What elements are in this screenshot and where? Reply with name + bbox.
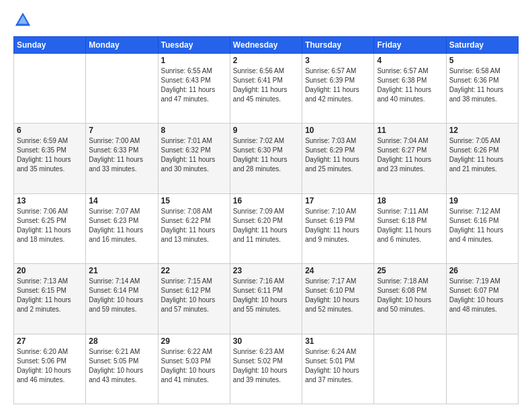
day-cell: 31Sunrise: 6:24 AMSunset: 5:01 PMDayligh…	[302, 334, 374, 404]
day-number: 28	[89, 336, 154, 346]
day-info: Sunrise: 6:21 AMSunset: 5:05 PMDaylight:…	[89, 347, 154, 385]
day-cell: 11Sunrise: 7:04 AMSunset: 6:27 PMDayligh…	[374, 124, 446, 193]
day-cell: 27Sunrise: 6:20 AMSunset: 5:06 PMDayligh…	[14, 334, 86, 404]
day-number: 20	[17, 266, 83, 275]
day-cell: 28Sunrise: 6:21 AMSunset: 5:05 PMDayligh…	[86, 334, 158, 404]
day-cell: 9Sunrise: 7:02 AMSunset: 6:30 PMDaylight…	[230, 124, 302, 193]
day-number: 16	[233, 196, 299, 205]
day-info: Sunrise: 7:12 AMSunset: 6:16 PMDaylight:…	[449, 207, 515, 244]
day-info: Sunrise: 6:57 AMSunset: 6:38 PMDaylight:…	[377, 66, 443, 104]
day-info: Sunrise: 7:02 AMSunset: 6:30 PMDaylight:…	[233, 136, 299, 174]
col-header-saturday: Saturday	[446, 37, 518, 54]
day-info: Sunrise: 7:17 AMSunset: 6:10 PMDaylight:…	[305, 277, 371, 314]
day-number: 22	[161, 266, 227, 275]
day-number: 7	[89, 126, 154, 135]
day-info: Sunrise: 7:13 AMSunset: 6:15 PMDaylight:…	[17, 277, 83, 314]
day-number: 29	[161, 336, 227, 346]
day-cell: 30Sunrise: 6:23 AMSunset: 5:02 PMDayligh…	[230, 334, 302, 404]
day-info: Sunrise: 7:19 AMSunset: 6:07 PMDaylight:…	[449, 277, 515, 314]
col-header-monday: Monday	[86, 37, 158, 54]
day-number: 6	[17, 126, 83, 135]
day-number: 14	[89, 196, 154, 205]
day-cell: 12Sunrise: 7:05 AMSunset: 6:26 PMDayligh…	[446, 124, 518, 193]
day-number: 30	[233, 336, 299, 346]
day-cell: 22Sunrise: 7:15 AMSunset: 6:12 PMDayligh…	[158, 264, 230, 334]
col-header-sunday: Sunday	[14, 37, 86, 54]
day-number: 23	[233, 266, 299, 275]
day-number: 24	[305, 266, 371, 275]
day-number: 3	[305, 56, 371, 65]
day-cell: 25Sunrise: 7:18 AMSunset: 6:08 PMDayligh…	[374, 264, 446, 334]
day-cell: 8Sunrise: 7:01 AMSunset: 6:32 PMDaylight…	[158, 124, 230, 193]
day-info: Sunrise: 7:05 AMSunset: 6:26 PMDaylight:…	[449, 136, 515, 174]
day-number: 4	[377, 56, 443, 65]
day-cell: 26Sunrise: 7:19 AMSunset: 6:07 PMDayligh…	[446, 264, 518, 334]
day-info: Sunrise: 7:14 AMSunset: 6:14 PMDaylight:…	[89, 277, 154, 314]
col-header-friday: Friday	[374, 37, 446, 54]
day-info: Sunrise: 6:20 AMSunset: 5:06 PMDaylight:…	[17, 347, 83, 385]
day-number: 21	[89, 266, 154, 275]
calendar-header-row: SundayMondayTuesdayWednesdayThursdayFrid…	[14, 37, 519, 54]
day-info: Sunrise: 7:08 AMSunset: 6:22 PMDaylight:…	[161, 207, 227, 244]
day-cell: 19Sunrise: 7:12 AMSunset: 6:16 PMDayligh…	[446, 193, 518, 263]
day-info: Sunrise: 6:57 AMSunset: 6:39 PMDaylight:…	[305, 66, 371, 104]
day-cell: 23Sunrise: 7:16 AMSunset: 6:11 PMDayligh…	[230, 264, 302, 334]
day-number: 2	[233, 56, 299, 65]
day-cell: 7Sunrise: 7:00 AMSunset: 6:33 PMDaylight…	[86, 124, 158, 193]
day-info: Sunrise: 7:10 AMSunset: 6:19 PMDaylight:…	[305, 207, 371, 244]
day-number: 27	[17, 336, 83, 346]
week-row-5: 27Sunrise: 6:20 AMSunset: 5:06 PMDayligh…	[14, 334, 519, 404]
day-number: 17	[305, 196, 371, 205]
day-number: 18	[377, 196, 443, 205]
day-number: 26	[449, 266, 515, 275]
day-cell: 17Sunrise: 7:10 AMSunset: 6:19 PMDayligh…	[302, 193, 374, 263]
day-number: 31	[305, 336, 371, 346]
day-number: 10	[305, 126, 371, 135]
day-cell: 5Sunrise: 6:58 AMSunset: 6:36 PMDaylight…	[446, 54, 518, 124]
week-row-2: 6Sunrise: 6:59 AMSunset: 6:35 PMDaylight…	[14, 124, 519, 193]
col-header-thursday: Thursday	[302, 37, 374, 54]
day-cell: 2Sunrise: 6:56 AMSunset: 6:41 PMDaylight…	[230, 54, 302, 124]
day-info: Sunrise: 7:11 AMSunset: 6:18 PMDaylight:…	[377, 207, 443, 244]
day-info: Sunrise: 7:01 AMSunset: 6:32 PMDaylight:…	[161, 136, 227, 174]
day-number: 8	[161, 126, 227, 135]
week-row-4: 20Sunrise: 7:13 AMSunset: 6:15 PMDayligh…	[14, 264, 519, 334]
day-cell: 6Sunrise: 6:59 AMSunset: 6:35 PMDaylight…	[14, 124, 86, 193]
day-info: Sunrise: 6:24 AMSunset: 5:01 PMDaylight:…	[305, 347, 371, 385]
day-number: 11	[377, 126, 443, 135]
day-info: Sunrise: 7:07 AMSunset: 6:23 PMDaylight:…	[89, 207, 154, 244]
week-row-1: 1Sunrise: 6:55 AMSunset: 6:43 PMDaylight…	[14, 54, 519, 124]
day-cell	[374, 334, 446, 404]
col-header-tuesday: Tuesday	[158, 37, 230, 54]
day-cell: 10Sunrise: 7:03 AMSunset: 6:29 PMDayligh…	[302, 124, 374, 193]
day-cell: 18Sunrise: 7:11 AMSunset: 6:18 PMDayligh…	[374, 193, 446, 263]
day-cell: 14Sunrise: 7:07 AMSunset: 6:23 PMDayligh…	[86, 193, 158, 263]
day-number: 15	[161, 196, 227, 205]
day-info: Sunrise: 6:56 AMSunset: 6:41 PMDaylight:…	[233, 66, 299, 104]
week-row-3: 13Sunrise: 7:06 AMSunset: 6:25 PMDayligh…	[14, 193, 519, 263]
calendar-table: SundayMondayTuesdayWednesdayThursdayFrid…	[13, 36, 519, 404]
day-number: 25	[377, 266, 443, 275]
day-info: Sunrise: 7:18 AMSunset: 6:08 PMDaylight:…	[377, 277, 443, 314]
logo-icon	[13, 11, 32, 30]
day-info: Sunrise: 7:06 AMSunset: 6:25 PMDaylight:…	[17, 207, 83, 244]
day-info: Sunrise: 6:58 AMSunset: 6:36 PMDaylight:…	[449, 66, 515, 104]
day-cell: 21Sunrise: 7:14 AMSunset: 6:14 PMDayligh…	[86, 264, 158, 334]
page: SundayMondayTuesdayWednesdayThursdayFrid…	[0, 0, 532, 411]
day-cell: 15Sunrise: 7:08 AMSunset: 6:22 PMDayligh…	[158, 193, 230, 263]
day-cell: 16Sunrise: 7:09 AMSunset: 6:20 PMDayligh…	[230, 193, 302, 263]
day-info: Sunrise: 6:23 AMSunset: 5:02 PMDaylight:…	[233, 347, 299, 385]
day-info: Sunrise: 6:59 AMSunset: 6:35 PMDaylight:…	[17, 136, 83, 174]
day-info: Sunrise: 7:15 AMSunset: 6:12 PMDaylight:…	[161, 277, 227, 314]
col-header-wednesday: Wednesday	[230, 37, 302, 54]
logo	[13, 11, 35, 30]
day-info: Sunrise: 7:16 AMSunset: 6:11 PMDaylight:…	[233, 277, 299, 314]
day-number: 5	[449, 56, 515, 65]
day-number: 12	[449, 126, 515, 135]
day-cell	[446, 334, 518, 404]
day-info: Sunrise: 7:03 AMSunset: 6:29 PMDaylight:…	[305, 136, 371, 174]
day-cell: 3Sunrise: 6:57 AMSunset: 6:39 PMDaylight…	[302, 54, 374, 124]
day-cell: 1Sunrise: 6:55 AMSunset: 6:43 PMDaylight…	[158, 54, 230, 124]
day-cell: 29Sunrise: 6:22 AMSunset: 5:03 PMDayligh…	[158, 334, 230, 404]
day-cell: 24Sunrise: 7:17 AMSunset: 6:10 PMDayligh…	[302, 264, 374, 334]
